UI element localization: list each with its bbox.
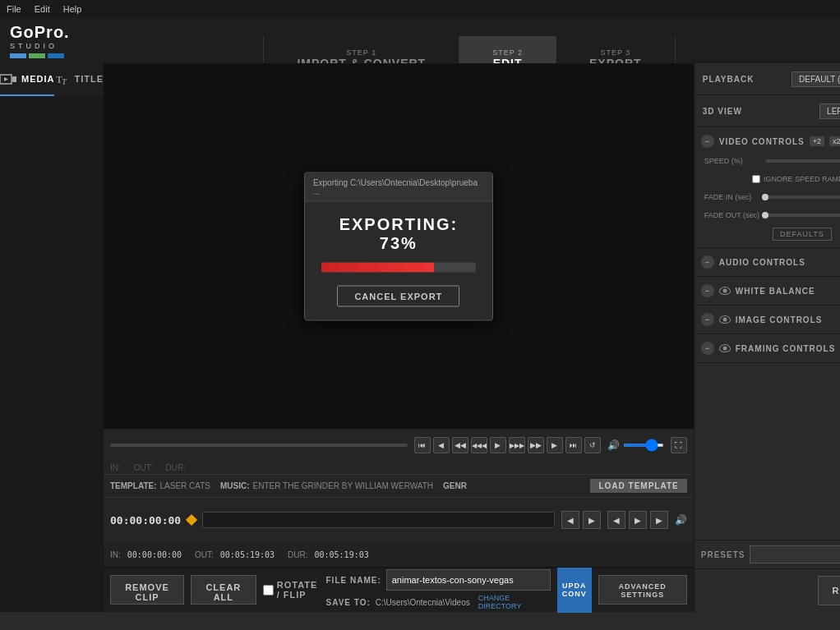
export-title-bar: Exporting C:\Users\Ontecnia\Desktop\prue… [305, 172, 492, 201]
remove-clip-button[interactable]: REMOVE CLIP [110, 575, 184, 605]
in-point-button[interactable]: ◀ [561, 511, 579, 529]
playback-select[interactable]: DEFAULT (HALF-RES) [792, 71, 840, 87]
fade-in-label: FADE IN (sec) [704, 193, 762, 201]
timeline-track[interactable] [202, 512, 555, 528]
volume-slider[interactable] [623, 444, 664, 447]
next-button-small[interactable]: ▶ [650, 511, 668, 529]
update-convert-button[interactable]: UPDA CONV [557, 568, 592, 613]
in-timecode: IN: [110, 550, 121, 559]
image-controls-eye-icon[interactable] [719, 315, 731, 324]
timeline-controls: ⏮ ◀ ◀◀ ◀◀◀ ▶ ▶▶▶ ▶▶ ▶ ⏭ ↺ 🔊 ⛶ [104, 429, 694, 462]
loop-button[interactable]: ↺ [584, 437, 601, 453]
white-balance-toggle[interactable]: − [701, 284, 714, 297]
slow-forward-button[interactable]: ▶▶ [528, 437, 544, 453]
presets-input[interactable] [750, 545, 840, 563]
advanced-settings-button[interactable]: ADVANCED SETTINGS [598, 575, 687, 605]
go-start-button[interactable]: ⏮ [414, 437, 431, 453]
in-label: IN: [110, 463, 121, 472]
out-point-button[interactable]: ▶ [583, 511, 601, 529]
transport-controls: ⏮ ◀ ◀◀ ◀◀◀ ▶ ▶▶▶ ▶▶ ▶ ⏭ ↺ [414, 437, 601, 453]
fade-in-slider[interactable] [765, 195, 840, 199]
speed-slider[interactable] [765, 159, 840, 163]
filename-input[interactable] [386, 569, 551, 591]
menu-help[interactable]: Help [63, 4, 82, 14]
progress-bar-container [321, 262, 476, 272]
play-button-small[interactable]: ▶ [629, 511, 647, 529]
framing-controls-toggle[interactable]: − [701, 342, 714, 355]
color-bars [10, 53, 70, 58]
audio-controls-title: AUDIO CONTROLS [719, 258, 805, 267]
rotate-flip-checkbox[interactable]: ROTATE / FLIP [263, 580, 320, 600]
rotate-checkbox-input[interactable] [263, 585, 274, 596]
right-panel: PLAYBACK DEFAULT (HALF-RES) 3D VIEW LEFT… [694, 63, 840, 612]
menu-edit[interactable]: Edit [35, 4, 50, 14]
white-balance-section: − WHITE BALANCE PICK [695, 277, 840, 306]
export-status-label: EXPORTING: 73% [321, 214, 476, 252]
framing-controls-eye-icon[interactable] [719, 344, 731, 352]
rotate-flip-label: ROTATE / FLIP [277, 580, 320, 600]
title-icon: T T [54, 73, 69, 85]
tab-title-label: TITLE [74, 74, 104, 84]
framing-controls-section: − FRAMING CONTROLS [695, 334, 840, 363]
color-bar-2 [29, 53, 45, 58]
tab-title[interactable]: T T TITLE [54, 63, 104, 96]
timeline-scrubber[interactable] [110, 444, 408, 447]
panel-tabs: MEDIA T T TITLE [0, 63, 104, 96]
cancel-export-button[interactable]: CANCEL EXPORT [337, 285, 459, 306]
export-body: EXPORTING: 73% CANCEL EXPORT [305, 201, 492, 320]
panel-content [0, 96, 104, 612]
rewind-button[interactable]: ◀◀◀ [471, 437, 487, 453]
saveto-path: C:\Users\Ontecnia\Videos [376, 598, 470, 607]
fullscreen-button[interactable]: ⛶ [671, 437, 687, 453]
fade-out-slider[interactable] [765, 214, 840, 217]
3d-view-select[interactable]: LEFT EYE (2D) [819, 103, 840, 119]
center-panel: Exporting C:\Users\Ontecnia\Desktop\prue… [104, 63, 694, 612]
load-template-button[interactable]: LOAD TEMPLATE [590, 479, 686, 493]
image-controls-header[interactable]: − IMAGE CONTROLS [701, 309, 840, 330]
step3-number: STEP 3 [600, 48, 630, 57]
product-name: STUDIO [10, 42, 70, 50]
prev-frame-button[interactable]: ◀ [433, 437, 450, 453]
reset-all-button[interactable]: RESET ALL [818, 576, 840, 605]
svg-text:T: T [62, 77, 67, 85]
next-frame-button[interactable]: ▶ [547, 437, 563, 453]
defaults-button[interactable]: DEFAULTS [773, 228, 832, 241]
fast-forward-button[interactable]: ▶▶▶ [509, 437, 525, 453]
ignore-speed-ramp-checkbox[interactable] [752, 175, 760, 183]
framing-controls-header[interactable]: − FRAMING CONTROLS [701, 338, 840, 359]
bottom-bar: REMOVE CLIP CLEAR ALL ROTATE / FLIP FILE… [104, 567, 694, 612]
3d-view-section: 3D VIEW LEFT EYE (2D) [695, 95, 840, 127]
slow-rewind-button[interactable]: ◀◀ [452, 437, 468, 453]
white-balance-eye-icon[interactable] [719, 287, 731, 295]
change-directory-link[interactable]: CHANGE DIRECTORY [478, 594, 551, 610]
speed-row: SPEED (%) 100 < > [701, 152, 840, 170]
audio-controls-section: − AUDIO CONTROLS [695, 248, 840, 277]
gopro-logo: GoPro. STUDIO [10, 24, 70, 58]
ignore-speed-ramp-label[interactable]: IGNORE SPEED RAMP [752, 175, 840, 183]
clear-all-button[interactable]: CLEAR ALL [191, 575, 256, 605]
white-balance-title: WHITE BALANCE [736, 287, 815, 296]
left-panel: MEDIA T T TITLE [0, 63, 104, 612]
color-bar-3 [48, 53, 64, 58]
prev-button-small[interactable]: ◀ [607, 511, 625, 529]
badge-x2: x2 [829, 136, 840, 146]
volume-icon: 🔊 [607, 439, 620, 451]
video-controls-toggle[interactable]: − [701, 135, 714, 148]
go-end-button[interactable]: ⏭ [565, 437, 582, 453]
image-controls-toggle[interactable]: − [701, 313, 714, 326]
white-balance-header[interactable]: − WHITE BALANCE PICK [701, 280, 840, 301]
video-controls-header[interactable]: − VIDEO CONTROLS +2 x2 [701, 131, 840, 152]
media-icon [0, 73, 16, 85]
tab-media[interactable]: MEDIA [0, 63, 54, 96]
audio-controls-toggle[interactable]: − [701, 255, 714, 269]
title-bar: File Edit Help [0, 0, 840, 18]
presets-area: PRESETS ADD [695, 540, 840, 568]
template-bar: TEMPLATE: LASER CATS MUSIC: ENTER THE GR… [104, 474, 694, 497]
playback-label: PLAYBACK [703, 75, 755, 84]
audio-controls-header[interactable]: − AUDIO CONTROLS [701, 251, 840, 273]
play-button[interactable]: ▶ [490, 437, 506, 453]
menu-file[interactable]: File [7, 4, 21, 14]
volume-indicator: 🔊 [675, 514, 687, 526]
export-title-text: Exporting C:\Users\Ontecnia\Desktop\prue… [313, 177, 478, 195]
color-bar-1 [10, 53, 26, 58]
